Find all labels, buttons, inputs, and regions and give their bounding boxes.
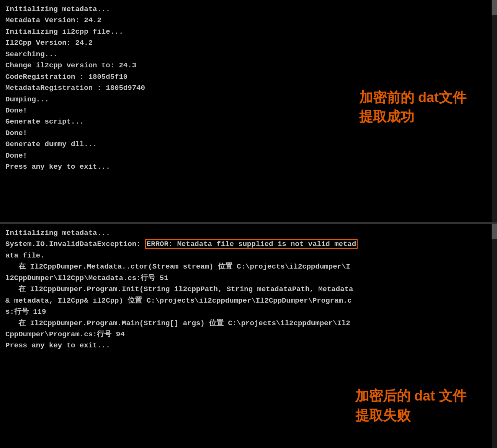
- bottom-annotation: 加密后的 dat 文件 提取失败: [355, 386, 466, 425]
- top-annotation-line2: 提取成功: [359, 107, 466, 126]
- bottom-scrollbar[interactable]: [492, 224, 497, 448]
- bottom-console-output: Initializing metadata... System.IO.Inval…: [0, 224, 497, 355]
- bottom-scrollbar-thumb[interactable]: [492, 224, 497, 239]
- bottom-annotation-line1: 加密后的 dat 文件: [355, 386, 466, 406]
- top-scrollbar[interactable]: [492, 0, 497, 222]
- top-panel: Initializing metadata... Metadata Versio…: [0, 0, 497, 224]
- top-annotation-line1: 加密前的 dat文件: [359, 88, 466, 107]
- top-scrollbar-thumb[interactable]: [492, 0, 497, 15]
- top-annotation: 加密前的 dat文件 提取成功: [359, 88, 466, 127]
- bottom-annotation-line2: 提取失败: [355, 406, 466, 425]
- bottom-panel: Initializing metadata... System.IO.Inval…: [0, 224, 497, 448]
